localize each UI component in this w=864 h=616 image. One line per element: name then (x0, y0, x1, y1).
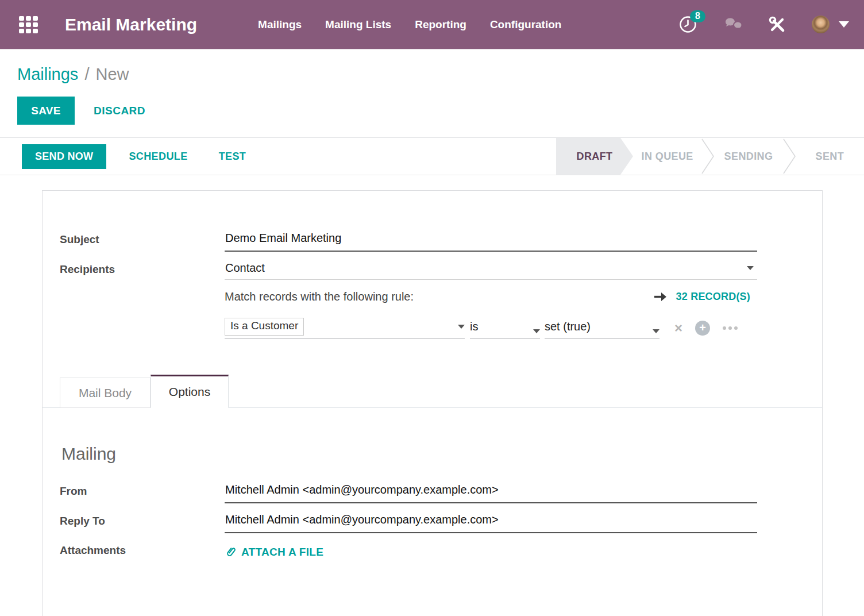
attachments-label: Attachments (60, 542, 225, 557)
arrow-right-icon (654, 291, 668, 302)
menu-mailings[interactable]: Mailings (258, 18, 302, 31)
chevron-down-icon (747, 266, 754, 270)
recipients-label: Recipients (60, 261, 225, 276)
wrench-screwdriver-icon (768, 16, 786, 34)
save-button[interactable]: SAVE (17, 97, 75, 125)
recipients-select[interactable]: Contact (225, 261, 757, 280)
chevron-down-icon (653, 329, 659, 333)
menu-mailing-lists[interactable]: Mailing Lists (325, 18, 391, 31)
rule-value-text: set (true) (545, 320, 591, 333)
stage-chevron-icon (701, 138, 714, 175)
delete-rule-icon[interactable]: × (674, 322, 682, 334)
recipients-row: Recipients Contact (60, 261, 805, 280)
messages-chat-icon[interactable] (723, 16, 744, 33)
breadcrumb: Mailings / New (0, 49, 864, 85)
attach-file-button[interactable]: ATTACH A FILE (225, 542, 757, 559)
reply-to-row: Reply To Mitchell Admin <admin@yourcompa… (60, 513, 805, 533)
stage-sent[interactable]: SENT (796, 138, 864, 175)
mailing-section-title: Mailing (61, 444, 805, 464)
stage-sending[interactable]: SENDING (714, 138, 782, 175)
reply-to-label: Reply To (60, 513, 225, 528)
discard-button[interactable]: DISCARD (90, 104, 149, 118)
statusbar: SEND NOW SCHEDULE TEST DRAFT IN QUEUE SE… (0, 137, 864, 175)
schedule-button[interactable]: SCHEDULE (125, 150, 191, 163)
rule-operator-value: is (470, 320, 478, 333)
user-avatar[interactable] (812, 16, 830, 33)
add-rule-icon[interactable]: + (695, 321, 710, 336)
domain-rule-row: Is a Customer is set (true) × + (60, 303, 805, 339)
subject-row: Subject Demo Email Marketing (60, 232, 805, 252)
reply-to-input[interactable]: Mitchell Admin <admin@yourcompany.exampl… (225, 513, 757, 533)
menu-configuration[interactable]: Configuration (490, 18, 562, 31)
systray: 8 (679, 16, 849, 34)
chevron-down-icon (533, 329, 540, 333)
send-now-button[interactable]: SEND NOW (22, 144, 106, 169)
stage-in-queue[interactable]: IN QUEUE (633, 138, 701, 175)
paperclip-icon (225, 546, 236, 559)
breadcrumb-mailings-link[interactable]: Mailings (17, 63, 78, 85)
record-action-buttons: SAVE DISCARD (0, 97, 864, 125)
top-menu: Mailings Mailing Lists Reporting Configu… (258, 18, 561, 31)
stage-draft[interactable]: DRAFT (556, 138, 633, 175)
debug-tools-icon[interactable] (768, 16, 786, 34)
add-branch-ellipsis-icon[interactable] (723, 326, 738, 330)
attach-file-label: ATTACH A FILE (241, 546, 323, 559)
subject-label: Subject (60, 232, 225, 246)
from-label: From (60, 483, 225, 498)
rule-actions: × + (674, 321, 738, 339)
form-sheet: Subject Demo Email Marketing Recipients … (42, 190, 823, 616)
menu-reporting[interactable]: Reporting (415, 18, 466, 31)
rule-field-select[interactable]: Is a Customer (225, 318, 465, 339)
top-navbar: Email Marketing Mailings Mailing Lists R… (0, 0, 864, 49)
tab-mail-body[interactable]: Mail Body (60, 378, 151, 408)
activities-clock-icon[interactable]: 8 (679, 16, 697, 33)
breadcrumb-current: New (95, 63, 129, 85)
breadcrumb-separator: / (84, 63, 89, 85)
subject-input[interactable]: Demo Email Marketing (225, 232, 757, 252)
activity-count-badge: 8 (690, 10, 705, 22)
rule-operator-select[interactable]: is (470, 320, 540, 339)
test-button[interactable]: TEST (215, 150, 250, 163)
tab-options[interactable]: Options (151, 375, 229, 408)
attachments-row: Attachments ATTACH A FILE (60, 542, 805, 559)
app-title: Email Marketing (65, 15, 197, 34)
chevron-down-icon (458, 325, 465, 329)
rule-field-tag[interactable]: Is a Customer (225, 318, 304, 336)
rule-value-select[interactable]: set (true) (545, 320, 659, 339)
status-pipeline: DRAFT IN QUEUE SENDING SENT (556, 138, 864, 175)
notebook-tabs: Mail Body Options (43, 375, 822, 408)
recipients-value: Contact (225, 261, 265, 275)
records-count-link[interactable]: 32 RECORD(S) (654, 291, 750, 303)
domain-intro-row: Match records with the following rule: 3… (60, 290, 805, 303)
match-rule-text: Match records with the following rule: (225, 290, 414, 303)
from-row: From Mitchell Admin <admin@yourcompany.e… (60, 483, 805, 503)
chat-bubbles-icon (723, 16, 744, 33)
stage-chevron-icon (783, 138, 796, 175)
apps-grid-icon[interactable] (19, 16, 38, 33)
user-menu-caret-icon[interactable] (839, 21, 849, 28)
records-count-label: 32 RECORD(S) (676, 291, 750, 303)
from-input[interactable]: Mitchell Admin <admin@yourcompany.exampl… (225, 483, 757, 503)
